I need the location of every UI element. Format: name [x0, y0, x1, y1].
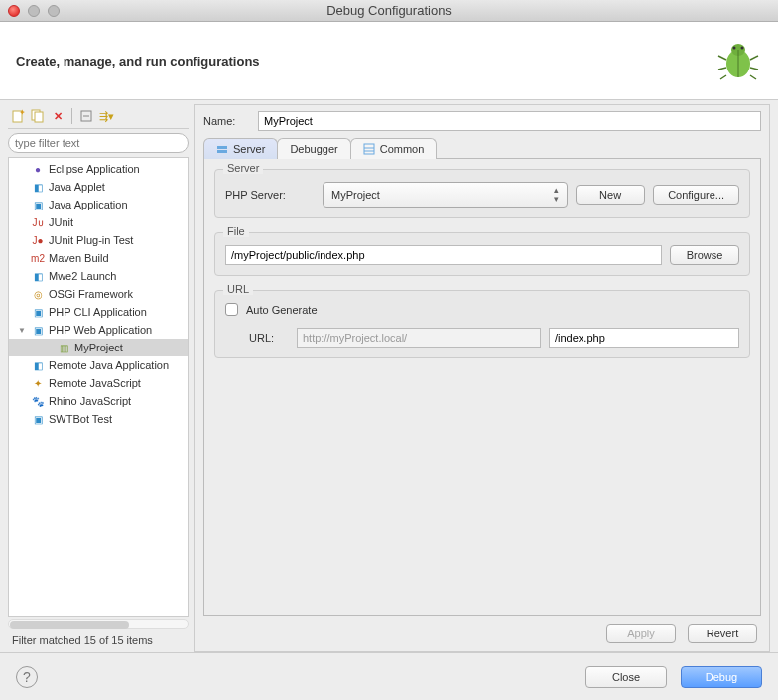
delete-config-icon[interactable]: ✕: [50, 108, 65, 124]
config-type-icon: ▣: [31, 305, 45, 319]
browse-button[interactable]: Browse: [670, 245, 739, 265]
config-toolbar: ✦ ✕ ⇶▾: [8, 104, 189, 129]
svg-text:✦: ✦: [19, 109, 25, 117]
tree-item-label: JUnit Plug-in Test: [49, 234, 133, 246]
url-path-input[interactable]: [549, 328, 739, 348]
file-path-input[interactable]: [225, 245, 662, 265]
debug-button[interactable]: Debug: [681, 666, 762, 688]
tab-label: Debugger: [290, 143, 337, 155]
tree-arrow-icon[interactable]: ▼: [17, 326, 27, 335]
tree-item-label: MyProject: [74, 342, 123, 353]
tree-item[interactable]: ◧Remote Java Application: [9, 356, 188, 374]
common-tab-icon: [363, 143, 375, 155]
name-input[interactable]: [258, 111, 761, 131]
tab-server[interactable]: Server: [203, 138, 278, 159]
tab-content: Server PHP Server: MyProject ▴▾ New Conf…: [203, 159, 761, 616]
dialog-header: Create, manage, and run configurations: [0, 22, 778, 100]
config-type-icon: Jᴜ: [31, 215, 45, 229]
header-title: Create, manage, and run configurations: [16, 54, 260, 69]
filter-menu-icon[interactable]: ⇶▾: [98, 108, 114, 124]
tree-item[interactable]: JᴜJUnit: [9, 213, 188, 231]
tree-item[interactable]: 🐾Rhino JavaScript: [9, 392, 188, 410]
svg-rect-8: [35, 112, 43, 122]
group-title: Server: [223, 162, 263, 174]
config-type-icon: ▣: [31, 323, 45, 337]
tree-item[interactable]: ●Eclipse Application: [9, 160, 188, 178]
debug-bug-icon: [714, 36, 762, 85]
right-panel: Name: Server Debugger Common Server PHP …: [194, 104, 770, 652]
php-server-label: PHP Server:: [225, 189, 315, 201]
config-type-icon: ▥: [57, 341, 70, 354]
tab-label: Server: [233, 143, 265, 155]
close-button[interactable]: Close: [585, 666, 667, 688]
config-type-icon: ●: [31, 162, 45, 176]
tab-common[interactable]: Common: [350, 138, 438, 159]
help-icon[interactable]: ?: [16, 666, 38, 688]
tab-debugger[interactable]: Debugger: [277, 138, 350, 159]
server-tab-icon: [216, 143, 228, 155]
config-type-icon: ◧: [31, 180, 45, 194]
chevron-updown-icon: ▴▾: [554, 186, 559, 204]
tree-item[interactable]: m2Maven Build: [9, 249, 188, 267]
name-label: Name:: [203, 115, 248, 127]
filter-status: Filter matched 15 of 15 items: [8, 629, 189, 652]
tree-item-label: PHP CLI Application: [49, 306, 147, 318]
tab-label: Common: [380, 143, 425, 155]
tree-item[interactable]: ▣SWTBot Test: [9, 410, 188, 428]
tree-item[interactable]: ▼▣PHP Web Application: [9, 321, 188, 339]
tab-bar: Server Debugger Common: [203, 137, 761, 159]
tree-item-label: SWTBot Test: [49, 413, 112, 425]
revert-button[interactable]: Revert: [688, 624, 757, 643]
tree-item-label: Rhino JavaScript: [49, 395, 131, 407]
tree-item-label: Maven Build: [49, 252, 109, 264]
tree-item-label: PHP Web Application: [49, 324, 152, 336]
tree-item-label: OSGi Framework: [49, 288, 133, 300]
group-title: File: [223, 225, 249, 237]
tree-item[interactable]: ◎OSGi Framework: [9, 285, 188, 303]
tree-item-label: JUnit: [49, 216, 73, 228]
configure-server-button[interactable]: Configure...: [653, 185, 739, 205]
config-type-icon: ▣: [31, 412, 45, 426]
php-server-select[interactable]: MyProject ▴▾: [323, 182, 568, 208]
new-server-button[interactable]: New: [576, 185, 645, 205]
tree-item-label: Java Application: [49, 199, 128, 210]
select-value: MyProject: [331, 189, 380, 201]
config-type-icon: J●: [31, 233, 45, 247]
config-type-icon: ◧: [31, 358, 45, 372]
duplicate-config-icon[interactable]: [30, 108, 46, 124]
config-type-icon: ◧: [31, 269, 45, 283]
tree-item[interactable]: ◧Mwe2 Launch: [9, 267, 188, 285]
svg-rect-13: [364, 144, 374, 154]
svg-rect-12: [217, 150, 227, 153]
filter-input[interactable]: [8, 133, 189, 153]
dialog-footer: ? Close Debug: [0, 652, 778, 700]
apply-button[interactable]: Apply: [606, 624, 676, 643]
svg-point-4: [741, 47, 744, 50]
auto-generate-checkbox[interactable]: [225, 303, 238, 316]
tree-item[interactable]: ◧Java Applet: [9, 178, 188, 196]
config-type-icon: ✦: [31, 376, 45, 390]
new-config-icon[interactable]: ✦: [10, 108, 26, 124]
config-tree[interactable]: ●Eclipse Application◧Java Applet▣Java Ap…: [8, 157, 189, 617]
left-panel: ✦ ✕ ⇶▾ ●Eclipse Application◧Java Applet▣…: [8, 104, 189, 652]
config-type-icon: m2: [31, 251, 45, 265]
collapse-all-icon[interactable]: [78, 108, 94, 124]
url-label: URL:: [249, 332, 289, 344]
group-title: URL: [223, 283, 253, 295]
tree-item[interactable]: ▣PHP CLI Application: [9, 303, 188, 321]
tree-item[interactable]: J●JUnit Plug-in Test: [9, 231, 188, 249]
tree-item-label: Java Applet: [49, 181, 105, 193]
tree-item-label: Mwe2 Launch: [49, 270, 117, 282]
url-base-input: [297, 328, 541, 348]
svg-point-3: [733, 47, 736, 50]
tree-item[interactable]: ▣Java Application: [9, 196, 188, 213]
tree-item[interactable]: ✦Remote JavaScript: [9, 374, 188, 392]
svg-rect-11: [217, 146, 227, 149]
config-type-icon: ◎: [31, 287, 45, 301]
file-group: File Browse: [214, 232, 750, 276]
tree-item[interactable]: ▥MyProject: [9, 339, 188, 356]
tree-item-label: Remote JavaScript: [49, 377, 141, 389]
horizontal-scrollbar[interactable]: [8, 619, 189, 629]
window-title: Debug Configurations: [0, 3, 778, 18]
tree-item-label: Eclipse Application: [49, 163, 140, 175]
